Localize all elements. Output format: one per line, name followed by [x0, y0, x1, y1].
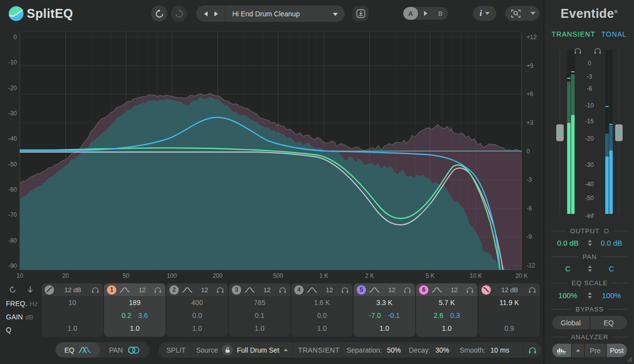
band-frequency-value[interactable]: 3.3 K [354, 296, 415, 309]
bands-collapse-icon[interactable] [26, 286, 34, 294]
band-header[interactable]: 5 12 [354, 283, 415, 296]
band-6-card[interactable]: 6 12 5.7 K 2.60.3 1.0 [416, 283, 477, 337]
band-frequency-value[interactable]: 189 [104, 296, 165, 309]
band-frequency-value[interactable]: 785 [229, 296, 290, 309]
ab-a-button[interactable]: A [403, 7, 418, 20]
output-stepper[interactable] [588, 240, 592, 246]
band-header[interactable]: 12 dB [478, 283, 540, 296]
band-gain-value[interactable]: 2.60.3 [416, 309, 477, 322]
phase-invert-icon[interactable]: ∅ [604, 227, 609, 235]
band-2-card[interactable]: 2 12 400 0.0 1.0 [166, 283, 228, 337]
info-button[interactable]: i [473, 6, 496, 21]
tonal-level-fader[interactable] [615, 124, 623, 141]
high-cut-badge[interactable] [481, 285, 491, 295]
headphones-icon[interactable] [528, 287, 536, 293]
band-q-value[interactable]: 1.0 [42, 322, 103, 335]
band-2-badge[interactable]: 2 [169, 285, 179, 295]
headphones-icon[interactable] [92, 287, 99, 293]
ab-copy-button[interactable] [418, 7, 433, 20]
source-select[interactable]: Full Drum Set [237, 346, 279, 354]
band-5-card[interactable]: 5 12 3.3 K -7.0-0.1 1.0 [354, 283, 415, 337]
band-header[interactable]: 6 12 [416, 283, 477, 296]
band-1-card[interactable]: 1 12 189 0.23.6 1.0 [104, 283, 165, 337]
analyzer-toggle-button[interactable] [552, 344, 571, 357]
headphones-tonal-icon[interactable] [594, 48, 601, 54]
band-1-badge[interactable]: 1 [107, 285, 116, 295]
save-preset-button[interactable] [353, 6, 369, 21]
output-transient-value[interactable]: 0.0 dB [553, 239, 583, 247]
band-q-value[interactable]: 1.0 [104, 322, 165, 335]
analyzer-pre-button[interactable]: Pre [584, 344, 606, 357]
band-header[interactable]: 4 12 [291, 283, 353, 296]
headphones-icon[interactable] [154, 287, 161, 293]
preset-name[interactable]: Hi End Drum Cleanup [225, 10, 333, 18]
band-gain-value[interactable]: 0.0 [291, 309, 353, 322]
pan-tonal-value[interactable]: C [596, 264, 627, 273]
band-3-badge[interactable]: 3 [232, 285, 241, 295]
pan-transient-value[interactable]: C [553, 264, 583, 273]
analyzer-collapse-button[interactable] [571, 344, 584, 357]
eq-scale-stepper[interactable] [588, 292, 592, 299]
bands-reset-icon[interactable] [9, 286, 17, 294]
band-6-badge[interactable]: 6 [419, 285, 428, 295]
headphones-icon[interactable] [404, 287, 411, 293]
band-header[interactable]: 1 12 [104, 283, 165, 296]
bypass-global-button[interactable]: Global [552, 316, 589, 329]
high-cut-card[interactable]: 12 dB 11.9 K 0.9 [478, 283, 540, 337]
undo-button[interactable] [151, 5, 167, 22]
decay-value[interactable]: 30% [435, 346, 449, 354]
band-header[interactable]: 2 12 [166, 283, 228, 296]
band-q-value[interactable]: 1.0 [291, 322, 353, 335]
band-frequency-value[interactable]: 400 [166, 296, 228, 309]
output-tonal-value[interactable]: 0.0 dB [596, 239, 627, 247]
headphones-transient-icon[interactable] [574, 48, 581, 54]
window-resize-grip[interactable] [626, 356, 633, 363]
transient-level-fader[interactable] [556, 124, 564, 141]
band-frequency-value[interactable]: 1.6 K [291, 296, 353, 309]
band-gain-value[interactable]: 0.0 [166, 309, 228, 322]
tab-eq[interactable]: EQ [55, 342, 100, 358]
band-4-badge[interactable]: 4 [294, 285, 304, 295]
band-5-badge[interactable]: 5 [357, 285, 366, 295]
transient-monitor-button[interactable] [523, 342, 541, 358]
band-q-value[interactable]: 1.0 [354, 322, 415, 335]
band-q-value[interactable]: 1.0 [166, 322, 228, 335]
low-cut-badge[interactable] [45, 285, 54, 295]
preset-prev-button[interactable] [204, 11, 208, 16]
ab-b-button[interactable]: B [433, 7, 448, 20]
band-gain-value[interactable] [42, 309, 103, 322]
eq-scale-tonal-value[interactable]: 100% [596, 291, 627, 300]
resize-zoom-button[interactable] [505, 6, 527, 21]
band-gain-value[interactable] [478, 309, 540, 322]
band-gain-value[interactable]: -7.0-0.1 [354, 309, 415, 322]
smooth-value[interactable]: 10 ms [490, 346, 509, 354]
band-header[interactable]: 3 12 [229, 283, 290, 296]
analyzer-post-button[interactable]: Post [606, 344, 628, 357]
preset-next-button[interactable] [214, 11, 218, 16]
redo-button[interactable] [171, 5, 187, 22]
preset-dropdown-button[interactable] [333, 10, 345, 17]
band-3-card[interactable]: 3 12 785 0.1 1.0 [229, 283, 290, 337]
separation-value[interactable]: 50% [387, 346, 401, 354]
headphones-icon[interactable] [279, 287, 286, 293]
band-frequency-value[interactable]: 10 [42, 296, 103, 309]
low-cut-card[interactable]: 12 dB 10 1.0 [42, 283, 103, 337]
eq-scale-transient-value[interactable]: 100% [553, 291, 583, 300]
pan-stepper[interactable] [588, 265, 592, 272]
eq-graph[interactable]: 1020501002005001 K2 K5 K10 K20 K 0-10-20… [0, 27, 543, 283]
headphones-icon[interactable] [216, 287, 224, 293]
band-q-value[interactable]: 0.9 [478, 322, 540, 335]
source-caret-icon[interactable] [284, 349, 288, 351]
headphones-icon[interactable] [466, 287, 474, 293]
band-q-value[interactable]: 1.0 [229, 322, 290, 335]
band-gain-value[interactable]: 0.1 [229, 309, 290, 322]
bypass-eq-button[interactable]: EQ [589, 316, 628, 329]
headphones-icon[interactable] [341, 287, 349, 293]
band-4-card[interactable]: 4 12 1.6 K 0.0 1.0 [291, 283, 353, 337]
band-header[interactable]: 12 dB [42, 283, 103, 296]
band-gain-value[interactable]: 0.23.6 [104, 309, 165, 322]
band-frequency-value[interactable]: 11.9 K [478, 296, 540, 309]
resize-dropdown-button[interactable] [527, 6, 539, 21]
tab-pan[interactable]: PAN [100, 342, 150, 358]
source-lock-button[interactable] [222, 345, 233, 356]
